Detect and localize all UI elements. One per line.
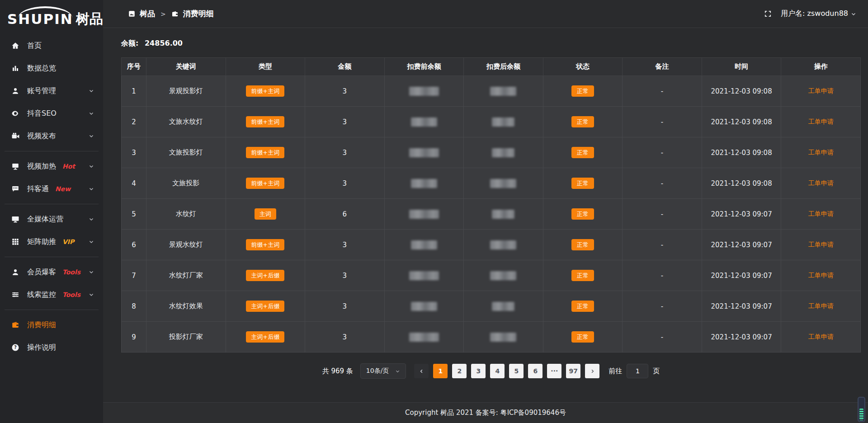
- chevron-down-icon: [89, 216, 94, 222]
- sidebar-item-lead-monitor[interactable]: 线索监控 Tools: [0, 283, 103, 306]
- redacted-balance-after: [490, 271, 516, 280]
- breadcrumb-current: 消费明细: [183, 9, 214, 19]
- sliders-icon: [11, 290, 20, 299]
- sidebar-item-douketong[interactable]: 抖客通 New: [0, 178, 103, 200]
- tools-badge: Tools: [62, 291, 80, 298]
- redacted-balance-before: [409, 148, 439, 157]
- page-ellipsis-button[interactable]: ···: [547, 364, 561, 378]
- grid-icon: [11, 237, 20, 246]
- status-badge: 正常: [571, 208, 594, 220]
- cell-time: 2021-12-03 09:07: [702, 199, 781, 230]
- cell-note: -: [623, 107, 702, 137]
- cell-no: 3: [122, 137, 146, 168]
- type-badge: 前缀+主词: [246, 239, 284, 251]
- sidebar-item-label: 矩阵助推: [27, 237, 56, 247]
- ticket-apply-link[interactable]: 工单申请: [808, 179, 834, 187]
- user-menu[interactable]: 用户名: zswodun88: [781, 9, 856, 19]
- ticket-apply-link[interactable]: 工单申请: [808, 333, 834, 340]
- table-row: 5 水纹灯 主词 6 正常 - 2021-12-03 09:07 工单申请: [122, 199, 861, 230]
- sidebar-item-label: 全媒体运营: [27, 215, 63, 224]
- sidebar-item-matrix-boost[interactable]: 矩阵助推 VIP: [0, 230, 103, 253]
- balance-label: 余额:: [121, 39, 138, 47]
- table-row: 9 投影灯厂家 主词+后缀 3 正常 - 2021-12-03 09:07 工单…: [122, 322, 861, 352]
- cell-keyword: 景观水纹灯: [146, 230, 226, 260]
- fullscreen-icon[interactable]: [764, 10, 772, 18]
- prev-page-button[interactable]: [414, 364, 429, 378]
- chat-widget[interactable]: [858, 397, 865, 422]
- ticket-apply-link[interactable]: 工单申请: [808, 241, 834, 248]
- ticket-apply-link[interactable]: 工单申请: [808, 302, 834, 310]
- cell-no: 8: [122, 291, 146, 322]
- cell-keyword: 投影灯厂家: [146, 322, 226, 352]
- sidebar-item-member-burst[interactable]: 会员爆客 Tools: [0, 261, 103, 283]
- ticket-apply-link[interactable]: 工单申请: [808, 272, 834, 279]
- brand-logo: SHUPIN 树品: [0, 5, 103, 31]
- cell-note: -: [623, 76, 702, 107]
- wallet-icon: [171, 10, 179, 18]
- ticket-apply-link[interactable]: 工单申请: [808, 210, 834, 217]
- goto-page: 前往 页: [609, 364, 660, 378]
- breadcrumb: 树品 > 消费明细: [128, 9, 214, 19]
- redacted-balance-after: [490, 87, 516, 96]
- page-button-2[interactable]: 2: [452, 364, 467, 378]
- status-badge: 正常: [571, 85, 594, 97]
- goto-page-input[interactable]: [627, 364, 648, 378]
- chevron-down-icon: [395, 369, 400, 374]
- sidebar-item-video-publish[interactable]: 视频发布: [0, 125, 103, 147]
- redacted-balance-before: [411, 240, 437, 249]
- sidebar-item-video-heat[interactable]: 视频加热 Hot: [0, 155, 103, 178]
- page-button-1[interactable]: 1: [433, 364, 448, 378]
- next-page-button[interactable]: [585, 364, 599, 378]
- chevron-down-icon: [89, 88, 94, 94]
- ticket-apply-link[interactable]: 工单申请: [808, 149, 834, 156]
- breadcrumb-home[interactable]: 树品: [140, 9, 155, 19]
- redacted-balance-before: [411, 118, 437, 127]
- col-header-status: 状态: [543, 58, 623, 76]
- balance-line: 余额: 24856.00: [121, 39, 861, 48]
- monitor-icon: [11, 215, 20, 224]
- sidebar-menu: 首页 数据总览 账号管理 抖音SEO 视频发布 视频加热 Hot: [0, 31, 103, 423]
- ticket-apply-link[interactable]: 工单申请: [808, 118, 834, 125]
- page-button-5[interactable]: 5: [509, 364, 524, 378]
- ticket-apply-link[interactable]: 工单申请: [808, 87, 834, 94]
- page-button-3[interactable]: 3: [471, 364, 486, 378]
- sidebar: SHUPIN 树品 首页 数据总览 账号管理 抖音SEO 视频发布: [0, 0, 103, 423]
- table-row: 1 景观投影灯 前缀+主词 3 正常 - 2021-12-03 09:08 工单…: [122, 76, 861, 107]
- sidebar-item-label: 会员爆客: [27, 268, 56, 277]
- pagination-total: 共 969 条: [322, 367, 353, 376]
- table-header-row: 序号 关键词 类型 金额 扣费前余额 扣费后余额 状态 备注 时间 操作: [122, 58, 861, 76]
- wallet-icon: [11, 320, 20, 329]
- sidebar-item-expense-detail[interactable]: 消费明细: [0, 314, 103, 336]
- sidebar-divider: [5, 151, 99, 151]
- sidebar-item-douyin-seo[interactable]: 抖音SEO: [0, 102, 103, 125]
- redacted-balance-before: [411, 179, 437, 188]
- cell-keyword: 文旅水纹灯: [146, 107, 226, 137]
- sidebar-item-label: 线索监控: [27, 290, 56, 300]
- sidebar-item-account[interactable]: 账号管理: [0, 80, 103, 102]
- svg-text:?: ?: [14, 345, 17, 350]
- page-size-select[interactable]: 10条/页: [360, 363, 406, 379]
- sidebar-item-omni-media[interactable]: 全媒体运营: [0, 208, 103, 230]
- cell-time: 2021-12-03 09:07: [702, 260, 781, 291]
- cell-amount: 3: [305, 137, 385, 168]
- username-text: 用户名: zswodun88: [781, 9, 848, 19]
- type-badge: 前缀+主词: [246, 116, 284, 128]
- sidebar-item-home[interactable]: 首页: [0, 34, 103, 57]
- cell-keyword: 文旅投影灯: [146, 137, 226, 168]
- page-button-6[interactable]: 6: [528, 364, 542, 378]
- page-button-4[interactable]: 4: [490, 364, 505, 378]
- page-button-97[interactable]: 97: [566, 364, 580, 378]
- table-row: 4 文旅投影 前缀+主词 3 正常 - 2021-12-03 09:08 工单申…: [122, 168, 861, 199]
- cell-no: 9: [122, 322, 146, 352]
- sidebar-item-label: 首页: [27, 41, 42, 51]
- sidebar-item-instructions[interactable]: ? 操作说明: [0, 336, 103, 359]
- sidebar-divider: [5, 310, 99, 310]
- status-badge: 正常: [571, 270, 594, 282]
- main-area: 树品 > 消费明细 用户名: zswodun88 余额: 24856.00 序号…: [103, 0, 868, 423]
- table-row: 6 景观水纹灯 前缀+主词 3 正常 - 2021-12-03 09:07 工单…: [122, 230, 861, 260]
- user-icon: [11, 86, 20, 95]
- col-header-balance-before: 扣费前余额: [384, 58, 464, 76]
- sidebar-item-data-overview[interactable]: 数据总览: [0, 57, 103, 80]
- pagination: 共 969 条 10条/页 1 2 3 4 5 6 ··· 97 前往 页: [121, 363, 861, 379]
- table-row: 2 文旅水纹灯 前缀+主词 3 正常 - 2021-12-03 09:08 工单…: [122, 107, 861, 137]
